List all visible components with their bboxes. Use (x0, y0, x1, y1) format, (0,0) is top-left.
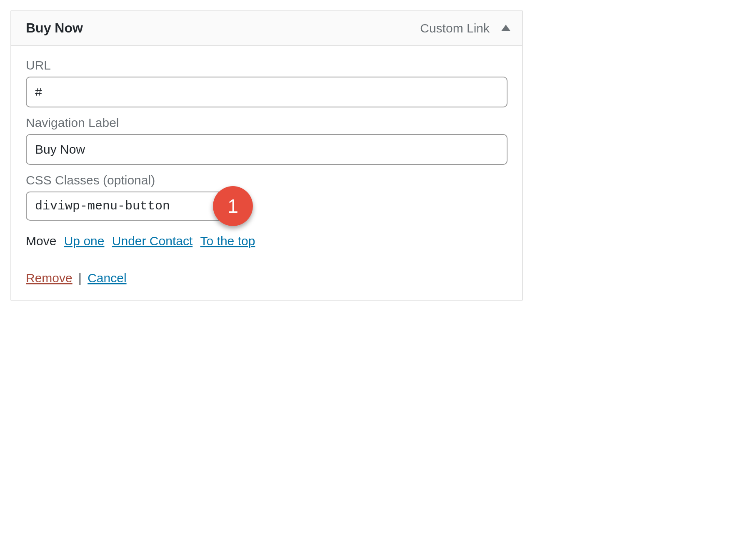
move-to-top-link[interactable]: To the top (200, 234, 255, 248)
url-field: URL (26, 58, 508, 107)
remove-link[interactable]: Remove (26, 271, 72, 285)
css-classes-input[interactable] (26, 192, 230, 221)
menu-item-header[interactable]: Buy Now Custom Link (11, 11, 522, 46)
move-row: Move Up one Under Contact To the top (26, 234, 508, 248)
move-under-contact-link[interactable]: Under Contact (112, 234, 192, 248)
menu-item-type-label: Custom Link (420, 21, 490, 35)
svg-marker-0 (501, 25, 510, 31)
css-classes-label: CSS Classes (optional) (26, 173, 508, 187)
remove-cancel-row: Remove | Cancel (26, 271, 508, 285)
css-classes-field: CSS Classes (optional) 1 (26, 173, 508, 221)
collapse-arrow-icon[interactable] (501, 24, 510, 33)
cancel-link[interactable]: Cancel (88, 271, 126, 285)
navigation-label-input[interactable] (26, 134, 508, 165)
menu-item-title: Buy Now (26, 20, 83, 36)
navigation-label-label: Navigation Label (26, 116, 508, 130)
navigation-label-field: Navigation Label (26, 116, 508, 165)
menu-item-settings: URL Navigation Label CSS Classes (option… (11, 46, 522, 300)
url-label: URL (26, 58, 508, 72)
annotation-badge-1: 1 (213, 186, 253, 226)
move-label: Move (26, 234, 56, 248)
move-up-one-link[interactable]: Up one (64, 234, 105, 248)
url-input[interactable] (26, 77, 508, 107)
menu-item-header-right: Custom Link (420, 21, 510, 35)
separator: | (78, 271, 82, 285)
menu-item-panel: Buy Now Custom Link URL Navigation Label… (10, 10, 523, 301)
